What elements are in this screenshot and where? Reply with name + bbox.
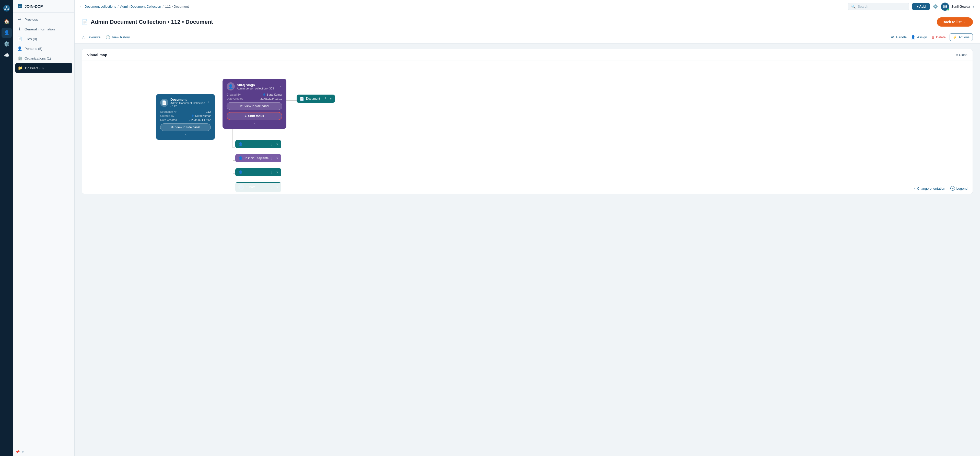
small-card-2: 👤 In incid...sapiente ⋮ ∨ (235, 154, 281, 162)
gear-icon[interactable]: ⚙️ (933, 4, 938, 9)
document-icon: 📄 (82, 19, 88, 25)
brand-name: JOIN-DCP (24, 4, 43, 8)
breadcrumb: ← Document collections / Admin Document … (80, 5, 845, 8)
document-map-card: 📄 Document Admin Document Collection • 1… (156, 94, 215, 140)
nav-settings-icon[interactable]: ⚙️ (2, 39, 12, 49)
breadcrumb-sep1: / (118, 5, 119, 8)
change-orientation-arrow-icon: → (912, 187, 916, 190)
delete-link[interactable]: 🗑 Delete (931, 35, 946, 39)
breadcrumb-part3: 112 • Document (165, 5, 189, 8)
back-arrow-icon[interactable]: ← (80, 5, 83, 8)
small-card-3-content: 👤 (239, 170, 243, 174)
sidebar-item-organizations[interactable]: 🏢 Organizations (1) (13, 53, 74, 63)
handle-link[interactable]: 👁 Handle (891, 35, 907, 39)
nav-user-icon[interactable]: 👤 (2, 28, 12, 38)
person-card-chevron[interactable]: ∧ (227, 122, 282, 125)
right-node-dots[interactable]: ⋮ (324, 97, 327, 101)
person-field-created-by: Created By 👤 Suraj Kumar (227, 93, 282, 96)
sidebar-item-label-general: General information (24, 27, 55, 31)
small-card-2-dots[interactable]: ⋮ (270, 156, 274, 160)
small-card-1-chevron[interactable]: ∨ (276, 143, 278, 146)
small-card-2-icon: 👤 (239, 156, 243, 160)
online-status-dot (947, 9, 949, 11)
visual-map-title: Visual map (87, 53, 107, 57)
document-card-chevron[interactable]: ∧ (160, 133, 211, 136)
svg-point-2 (4, 8, 6, 10)
small-card-1-icon: 👤 (239, 142, 243, 146)
nav-cloud-icon[interactable]: ☁️ (2, 50, 12, 60)
icon-rail: 🏠 👤 ⚙️ ☁️ (0, 0, 13, 456)
files-icon: 📄 (18, 37, 22, 41)
app-logo[interactable] (2, 3, 12, 13)
document-card-dots[interactable]: ⋮ (207, 100, 211, 105)
organizations-icon: 🏢 (18, 56, 22, 61)
map-footer: → Change orientation ··· Legend (82, 183, 973, 194)
person-field-date: Date Created 21/03/2024 17:12 (227, 97, 282, 100)
nav-home-icon[interactable]: 🏠 (2, 16, 12, 27)
svg-rect-5 (20, 4, 22, 6)
actions-icon: ⚡ (953, 35, 957, 39)
person-card-dots[interactable]: ⋮ (278, 84, 282, 89)
search-icon: 🔍 (851, 5, 856, 9)
user-name: Sunil Gowda (951, 5, 970, 8)
svg-rect-4 (18, 4, 20, 6)
assign-link[interactable]: 👤 Assign (911, 35, 927, 40)
persons-icon: 👤 (18, 46, 22, 51)
close-visual-map-link[interactable]: × Close (956, 53, 967, 57)
small-card-1-content: 👤 (239, 142, 243, 146)
sidebar-item-files[interactable]: 📄 Files (0) (13, 34, 74, 44)
back-to-list-label: Back to list (942, 20, 962, 24)
handle-icon: 👁 (891, 35, 895, 39)
actions-button[interactable]: ⚡ Actions (950, 33, 973, 41)
sidebar-item-dossiers[interactable]: 📁 Dossiers (0) (15, 63, 72, 73)
person-card-fields: Created By 👤 Suraj Kumar Date Created 21… (227, 93, 282, 100)
document-card-header: 📄 Document Admin Document Collection • 1… (160, 98, 211, 108)
search-input[interactable] (858, 5, 906, 8)
search-bar: 🔍 (848, 3, 909, 10)
close-x-icon: × (956, 53, 958, 57)
sidebar-item-previous[interactable]: ↩ Previous (13, 14, 74, 24)
add-button[interactable]: + Add (912, 3, 930, 10)
map-canvas: 📄 Document Admin Document Collection • 1… (82, 61, 973, 194)
small-card-1-dots[interactable]: ⋮ (270, 142, 274, 146)
sidebar-header: JOIN-DCP (13, 0, 74, 13)
assign-icon: 👤 (911, 35, 916, 40)
person-map-card: 👤 Suraj singh Admin person collection • … (223, 79, 286, 129)
small-card-3-chevron[interactable]: ∨ (276, 171, 278, 174)
small-card-3-icon: 👤 (239, 170, 243, 174)
view-history-link[interactable]: 🕐 View history (105, 35, 130, 40)
sidebar-item-general-information[interactable]: ℹ General information (13, 24, 74, 34)
dossiers-icon: 📁 (18, 66, 22, 70)
svg-point-0 (3, 5, 10, 11)
delete-icon: 🗑 (931, 35, 934, 39)
person-card-avatar: 👤 (227, 82, 235, 91)
sidebar-expand[interactable]: 📌 « (13, 448, 74, 456)
action-bar: ☆ Favourite 🕐 View history 👁 Handle 👤 As… (75, 31, 980, 44)
info-icon: ℹ (18, 27, 22, 32)
action-right: 👁 Handle 👤 Assign 🗑 Delete ⚡ Actions (891, 33, 973, 41)
person-card-subtitle: Admin person collection • 303 (237, 87, 274, 90)
page-header: 📄 Admin Document Collection • 112 • Docu… (75, 13, 980, 31)
change-orientation-link[interactable]: → Change orientation (912, 186, 945, 191)
expand-left-icon: 📌 (15, 450, 20, 454)
legend-link[interactable]: ··· Legend (950, 186, 967, 191)
small-card-2-label: In incid...sapiente (245, 156, 269, 160)
content-area: Visual map × Close (75, 44, 980, 456)
person-view-side-panel-button[interactable]: 👁 View in side panel (227, 102, 282, 110)
user-chevron-icon: ▼ (972, 5, 975, 8)
page-title: 📄 Admin Document Collection • 112 • Docu… (82, 19, 213, 25)
user-area[interactable]: SG Sunil Gowda ▼ (941, 3, 975, 11)
sidebar-item-label-previous: Previous (24, 18, 38, 21)
document-card-avatar: 📄 (160, 99, 169, 107)
right-node-content: 📄 Document (300, 97, 320, 101)
back-to-list-button[interactable]: Back to list ← (937, 18, 973, 27)
sidebar-item-persons[interactable]: 👤 Persons (5) (13, 44, 74, 53)
small-card-2-chevron[interactable]: ∨ (276, 157, 278, 160)
right-node-chevron[interactable]: ∨ (330, 97, 332, 100)
breadcrumb-part1[interactable]: Document collections (84, 5, 116, 8)
shift-focus-button[interactable]: » Shift focus (227, 112, 282, 120)
document-view-side-panel-button[interactable]: 👁 View in side panel (160, 123, 211, 131)
breadcrumb-part2[interactable]: Admin Document Collection (120, 5, 161, 8)
small-card-3-dots[interactable]: ⋮ (270, 170, 274, 174)
favourite-link[interactable]: ☆ Favourite (82, 35, 100, 40)
